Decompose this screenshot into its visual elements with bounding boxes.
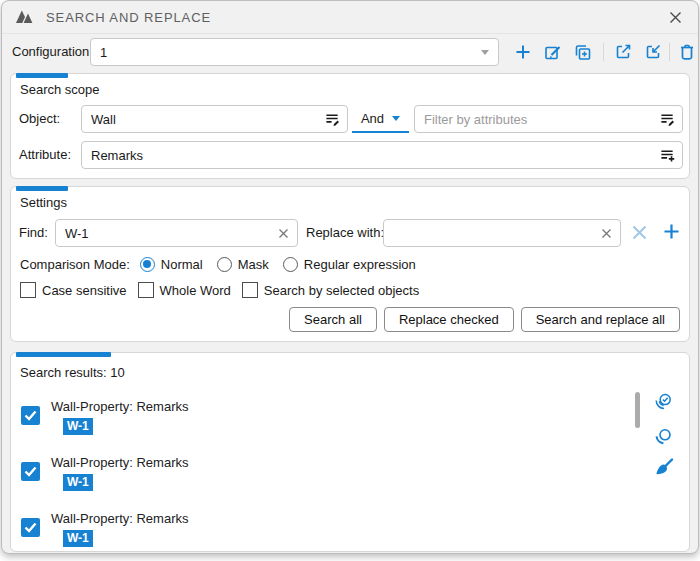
edit-list-icon[interactable] xyxy=(325,112,340,127)
result-row[interactable]: Wall-Property: Remarks W-1 xyxy=(21,509,188,547)
result-match-highlight: W-1 xyxy=(63,474,93,491)
configuration-value: 1 xyxy=(100,45,107,60)
delete-configuration-button[interactable] xyxy=(676,41,698,63)
checkbox-label: Case sensitive xyxy=(42,283,127,298)
settings-tab[interactable]: Settings xyxy=(20,195,67,210)
configuration-select[interactable]: 1 xyxy=(90,38,499,66)
result-title: Wall-Property: Remarks xyxy=(51,511,188,526)
checkbox-icon xyxy=(242,282,258,298)
duplicate-configuration-button[interactable] xyxy=(572,41,594,63)
replace-input[interactable] xyxy=(393,226,595,241)
radio-button-icon xyxy=(283,257,298,272)
replace-input-wrap xyxy=(383,219,621,247)
result-body: Wall-Property: Remarks W-1 xyxy=(51,509,188,547)
result-match-highlight: W-1 xyxy=(63,530,93,547)
scrollbar-thumb[interactable] xyxy=(635,392,640,428)
titlebar: SEARCH AND REPLACE xyxy=(2,1,698,34)
result-body: Wall-Property: Remarks W-1 xyxy=(51,453,188,491)
result-match-highlight: W-1 xyxy=(63,418,93,435)
result-checkbox-checked[interactable] xyxy=(21,462,40,481)
dialog-title: SEARCH AND REPLACE xyxy=(46,10,211,25)
radio-label: Normal xyxy=(161,257,203,272)
checkbox-label: Whole Word xyxy=(160,283,231,298)
options-row: Case sensitive Whole Word Search by sele… xyxy=(20,282,419,298)
object-label: Object: xyxy=(19,105,60,133)
app-logo-icon xyxy=(15,8,37,26)
check-all-results-icon[interactable] xyxy=(652,391,674,413)
result-title: Wall-Property: Remarks xyxy=(51,455,188,470)
filter-input-wrap xyxy=(414,105,683,133)
configuration-row: Configuration: 1 xyxy=(2,37,698,67)
result-title: Wall-Property: Remarks xyxy=(51,399,188,414)
search-and-replace-all-button[interactable]: Search and replace all xyxy=(521,307,680,332)
find-input[interactable] xyxy=(65,226,272,241)
checkbox-icon xyxy=(138,282,154,298)
checkbox-icon xyxy=(20,282,36,298)
find-input-wrap xyxy=(55,219,298,247)
radio-button-icon xyxy=(217,257,232,272)
clear-find-icon[interactable] xyxy=(277,227,290,240)
radio-button-icon xyxy=(140,257,155,272)
result-checkbox-checked[interactable] xyxy=(21,518,40,537)
comparison-mode-label: Comparison Mode: xyxy=(20,257,130,272)
radio-mask[interactable]: Mask xyxy=(217,257,269,272)
object-input-wrap xyxy=(81,105,348,133)
checkbox-search-by-selected-objects[interactable]: Search by selected objects xyxy=(242,282,419,298)
operator-value: And xyxy=(361,111,384,126)
radio-label: Mask xyxy=(238,257,269,272)
chevron-down-icon xyxy=(392,116,400,121)
object-input[interactable] xyxy=(91,112,320,127)
radio-label: Regular expression xyxy=(304,257,416,272)
checkbox-label: Search by selected objects xyxy=(264,283,419,298)
radio-normal[interactable]: Normal xyxy=(140,257,203,272)
edit-configuration-button[interactable] xyxy=(542,41,564,63)
attribute-input-wrap xyxy=(81,141,683,169)
result-body: Wall-Property: Remarks W-1 xyxy=(51,397,188,435)
export-configuration-button[interactable] xyxy=(612,41,634,63)
tab-indicator xyxy=(16,73,68,78)
tab-indicator xyxy=(16,352,111,357)
attribute-input[interactable] xyxy=(91,148,655,163)
add-find-row-icon[interactable] xyxy=(662,222,681,241)
search-and-replace-dialog: SEARCH AND REPLACE Configuration: 1 xyxy=(1,0,699,554)
uncheck-all-results-icon[interactable] xyxy=(652,426,674,448)
find-label: Find: xyxy=(19,219,48,247)
replace-checked-button[interactable]: Replace checked xyxy=(384,307,514,332)
configuration-label: Configuration: xyxy=(12,37,93,67)
attribute-label: Attribute: xyxy=(19,141,71,169)
chevron-down-icon xyxy=(481,50,489,55)
clear-replace-icon[interactable] xyxy=(600,227,613,240)
search-results-summary: Search results: 10 xyxy=(20,365,125,380)
result-row[interactable]: Wall-Property: Remarks W-1 xyxy=(21,453,188,491)
edit-list-icon[interactable] xyxy=(660,112,675,127)
add-configuration-button[interactable] xyxy=(512,41,534,63)
action-buttons-row: Search all Replace checked Search and re… xyxy=(289,307,680,332)
remove-find-row-icon[interactable] xyxy=(631,224,648,241)
search-scope-panel: Search scope Object: And xyxy=(10,73,690,179)
import-configuration-button[interactable] xyxy=(642,41,664,63)
tab-indicator xyxy=(16,186,68,191)
result-checkbox-checked[interactable] xyxy=(21,406,40,425)
checkbox-case-sensitive[interactable]: Case sensitive xyxy=(20,282,127,298)
operator-dropdown[interactable]: And xyxy=(352,105,409,133)
toolbar-separator xyxy=(603,43,604,61)
radio-regular-expression[interactable]: Regular expression xyxy=(283,257,416,272)
comparison-mode-row: Comparison Mode: Normal Mask Regular exp… xyxy=(20,253,416,275)
filter-by-attributes-input[interactable] xyxy=(424,112,655,127)
result-row[interactable]: Wall-Property: Remarks W-1 xyxy=(21,397,188,435)
close-icon[interactable] xyxy=(662,4,688,30)
checkbox-whole-word[interactable]: Whole Word xyxy=(138,282,231,298)
search-results-panel: Search results: 10 Wall-Property: Remark… xyxy=(10,352,690,552)
toolbar-separator xyxy=(669,43,670,61)
search-all-button[interactable]: Search all xyxy=(289,307,377,332)
replace-with-label: Replace with: xyxy=(306,219,384,247)
settings-panel: Settings Find: Replace with: Comparison … xyxy=(10,186,690,342)
clear-results-broom-icon[interactable] xyxy=(652,457,674,479)
add-list-icon[interactable] xyxy=(660,148,675,163)
search-scope-tab[interactable]: Search scope xyxy=(20,82,100,97)
